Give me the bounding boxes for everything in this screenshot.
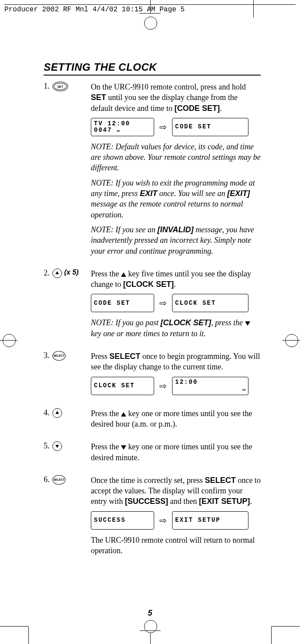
step-5: 5. Press the key one or more times until… — [44, 441, 261, 467]
up-arrow-icon — [121, 272, 126, 277]
page-number: 5 — [0, 609, 300, 618]
step-number: 4. — [44, 408, 50, 417]
lcd-display: EXIT SETUP — [172, 511, 248, 530]
lcd-display: SUCCESS — [91, 511, 154, 530]
page-content: SETTING THE CLOCK 1. SET On the URC-9910… — [44, 61, 261, 568]
note-text: NOTE: Default values for device, its cod… — [91, 141, 261, 173]
arrow-right-icon: ⇨ — [159, 516, 167, 525]
select-button-icon: SELECT — [52, 351, 66, 361]
lcd-display: CODE SET — [172, 118, 248, 136]
cropmark-right — [283, 330, 300, 351]
step-number: 6. — [44, 475, 50, 484]
note-text: NOTE: If you go past [CLOCK SET], press … — [91, 317, 261, 339]
cropmark-left — [0, 330, 17, 351]
set-button-icon: SET — [52, 82, 68, 91]
corner-mark — [28, 627, 29, 644]
lcd-display: 12:00 AM — [172, 377, 248, 395]
repeat-count: (x 5) — [64, 269, 79, 276]
up-arrow-icon — [121, 412, 126, 417]
step-6-trailing: The URC-9910 remote control will return … — [91, 535, 261, 556]
down-arrow-button-icon — [52, 441, 62, 451]
cropmark-top — [140, 0, 162, 31]
step-6-text: Once the time is correctly set, press SE… — [91, 475, 261, 507]
cropmark-bottom — [140, 618, 162, 644]
up-arrow-button-icon — [52, 408, 62, 418]
step-1: 1. SET On the URC-9910 remote control, p… — [44, 82, 261, 261]
down-arrow-icon — [245, 321, 250, 326]
step-number: 5. — [44, 441, 50, 451]
step-4: 4. Press the key one or more times until… — [44, 408, 261, 434]
corner-mark — [271, 627, 272, 644]
lcd-display: TV 12:00 0047 AM — [91, 118, 154, 136]
step-1-text: On the URC-9910 remote control, press an… — [91, 82, 261, 114]
lcd-display: CLOCK SET — [91, 377, 154, 395]
note-text: NOTE: If you see an [INVALID] message, y… — [91, 224, 261, 256]
down-arrow-icon — [121, 445, 126, 450]
step-number: 3. — [44, 351, 50, 360]
step-5-text: Press the key one or more times until yo… — [91, 441, 261, 463]
corner-mark — [253, 0, 254, 17]
arrow-right-icon: ⇨ — [159, 299, 167, 307]
lcd-display: CLOCK SET — [172, 294, 248, 312]
up-arrow-button-icon — [52, 269, 62, 278]
section-title: SETTING THE CLOCK — [44, 61, 261, 76]
arrow-right-icon: ⇨ — [159, 382, 167, 390]
corner-mark — [0, 626, 28, 627]
corner-mark — [272, 626, 300, 627]
step-4-text: Press the key one or more times until yo… — [91, 408, 261, 430]
step-3: 3. SELECT Press SELECT once to begin pro… — [44, 351, 261, 400]
step-6: 6. SELECT Once the time is correctly set… — [44, 475, 261, 560]
step-2: 2. (x 5) Press the key five times until … — [44, 269, 261, 343]
select-button-icon: SELECT — [52, 475, 66, 485]
note-text: NOTE: If you wish to exit the programmin… — [91, 178, 261, 220]
step-number: 2. — [44, 269, 50, 278]
lcd-display: CODE SET — [91, 294, 154, 312]
step-3-text: Press SELECT once to begin programming. … — [91, 351, 261, 372]
step-number: 1. — [44, 82, 50, 91]
arrow-right-icon: ⇨ — [159, 123, 167, 131]
step-2-text: Press the key five times until you see t… — [91, 269, 261, 290]
